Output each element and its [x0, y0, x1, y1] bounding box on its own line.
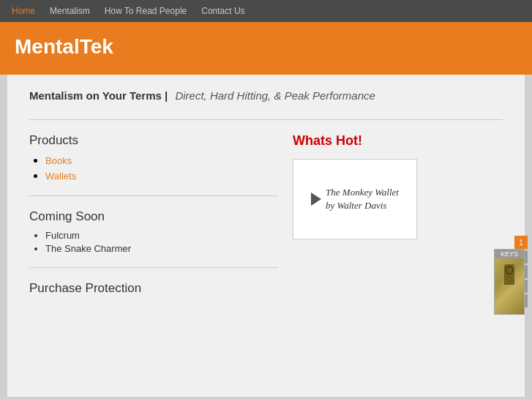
coming-soon-item-1: Fulcrum [45, 230, 80, 241]
books-link[interactable]: Books [45, 155, 72, 166]
coming-soon-list: Fulcrum The Snake Charmer [29, 230, 278, 254]
divider-2 [29, 195, 278, 196]
list-item: Books [45, 154, 278, 167]
nav-item-mentalism[interactable]: Mentalism [50, 6, 90, 16]
tagline-italic: Direct, Hard Hitting, & Peak Performance [175, 89, 375, 102]
list-item: Fulcrum [45, 230, 278, 241]
tagline-bold: Mentalism on Your Terms | [29, 89, 168, 102]
products-heading: Products [29, 133, 278, 148]
product-title: The Monkey Wallet [326, 187, 399, 198]
whats-hot-label: Whats Hot! [293, 133, 362, 149]
keys-image: KEYS [494, 249, 525, 315]
tagline: Mentalism on Your Terms | Direct, Hard H… [29, 75, 503, 106]
wallets-link[interactable]: Wallets [45, 171, 76, 182]
header-band: MentalTek [0, 22, 532, 75]
site-title: MentalTek [15, 35, 113, 58]
coming-soon-item-2: The Snake Charmer [45, 243, 131, 254]
list-item: Wallets [45, 169, 278, 182]
main-content: Mentalism on Your Terms | Direct, Hard H… [7, 75, 525, 397]
nav-item-contact-us[interactable]: Contact Us [201, 6, 244, 16]
side-tab-1[interactable]: 1 [514, 236, 528, 249]
keys-label: KEYS [495, 250, 524, 258]
play-icon [311, 193, 321, 206]
product-subtitle: by Walter Davis [326, 200, 386, 211]
nav-item-home[interactable]: Home [12, 6, 35, 16]
nav-item-how-to-read-people[interactable]: How To Read People [105, 6, 187, 16]
product-list: Books Wallets [29, 154, 278, 182]
purchase-heading: Purchase Protection [29, 281, 278, 296]
divider-1 [29, 119, 503, 120]
navigation-bar: HomeMentalismHow To Read PeopleContact U… [0, 0, 532, 22]
product-box[interactable]: The Monkey Wallet by Walter Davis [293, 159, 417, 239]
divider-3 [29, 267, 278, 268]
content-columns: Products Books Wallets Coming Soon Fulcr… [29, 133, 503, 302]
key-shape [504, 264, 514, 285]
right-column: Whats Hot! The Monkey Wallet by Walter D… [293, 133, 503, 302]
left-column: Products Books Wallets Coming Soon Fulcr… [29, 133, 278, 302]
list-item: The Snake Charmer [45, 243, 278, 254]
product-box-text: The Monkey Wallet by Walter Davis [326, 186, 399, 212]
coming-soon-heading: Coming Soon [29, 209, 278, 224]
product-box-inner: The Monkey Wallet by Walter Davis [311, 186, 399, 212]
